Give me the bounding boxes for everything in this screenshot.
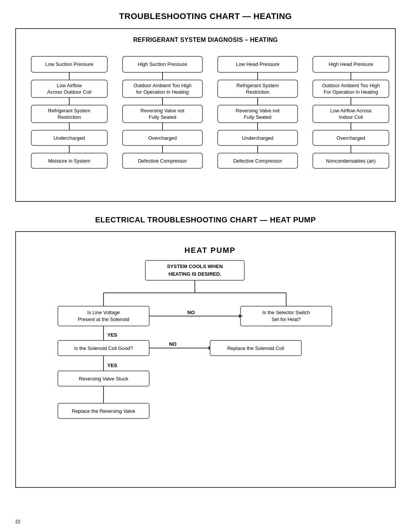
refrigerant-inner-title: REFRIGERANT SYSTEM DIAGNOSIS – HEATING (27, 37, 384, 43)
svg-text:Undercharged: Undercharged (54, 135, 85, 141)
svg-text:High Suction Pressure: High Suction Pressure (138, 61, 187, 67)
svg-text:Moisture in System: Moisture in System (48, 158, 91, 164)
svg-text:YES: YES (107, 332, 117, 338)
svg-text:Restriction: Restriction (57, 114, 81, 120)
svg-text:Defective Compressor: Defective Compressor (233, 158, 282, 164)
svg-text:Defective Compressor: Defective Compressor (138, 158, 187, 164)
svg-text:Restriction: Restriction (246, 89, 269, 95)
svg-text:Outdoor Ambient Too High: Outdoor Ambient Too High (134, 83, 191, 88)
svg-text:SYSTEM COOLS WHEN: SYSTEM COOLS WHEN (167, 264, 223, 269)
refrigerant-chart-box: REFRIGERANT SYSTEM DIAGNOSIS – HEATING L… (15, 28, 396, 202)
svg-rect-75 (241, 306, 332, 326)
svg-text:Replace the Solenoid Coil: Replace the Solenoid Coil (227, 345, 284, 351)
svg-text:High Head Pressure: High Head Pressure (328, 61, 373, 67)
svg-text:Is Line Voltage: Is Line Voltage (87, 310, 119, 315)
svg-text:Low Head Pressure: Low Head Pressure (236, 61, 279, 67)
svg-text:YES: YES (107, 363, 117, 368)
electrical-chart-title: ELECTRICAL TROUBLESHOOTING CHART — HEAT … (15, 216, 396, 224)
svg-text:Reversing Valve not: Reversing Valve not (236, 108, 280, 113)
svg-text:Fully Seated: Fully Seated (149, 114, 176, 120)
svg-text:Low Airflow Across: Low Airflow Across (330, 108, 372, 113)
electrical-chart-box: HEAT PUMP SYSTEM COOLS WHEN HEATING IS D… (15, 231, 396, 488)
svg-text:Refrigerant System: Refrigerant System (48, 108, 90, 113)
svg-text:Low Suction Pressure: Low Suction Pressure (45, 61, 93, 67)
svg-text:For Operation In Heating: For Operation In Heating (323, 89, 378, 95)
svg-text:Fully Seated: Fully Seated (244, 114, 271, 120)
svg-text:Refrigerant System: Refrigerant System (236, 83, 279, 88)
svg-text:Low Airflow: Low Airflow (57, 83, 82, 88)
svg-text:NO: NO (169, 341, 177, 347)
svg-text:HEATING IS DESIRED.: HEATING IS DESIRED. (169, 271, 221, 277)
svg-text:Set for Heat?: Set for Heat? (272, 316, 301, 322)
svg-rect-72 (58, 306, 149, 326)
electrical-diagram: HEAT PUMP SYSTEM COOLS WHEN HEATING IS D… (27, 240, 393, 476)
svg-text:HEAT  PUMP: HEAT PUMP (185, 246, 236, 254)
svg-text:Overcharged: Overcharged (336, 135, 365, 141)
svg-text:Reversing Valve not: Reversing Valve not (140, 108, 185, 113)
page-title: TROUBLESHOOTING CHART — HEATING (15, 11, 396, 21)
refrigerant-diagram: Low Suction Pressure Low Airflow Across … (27, 53, 393, 190)
svg-text:Across Outdoor Coil: Across Outdoor Coil (47, 89, 91, 95)
svg-text:Reversing Valve Stuck: Reversing Valve Stuck (79, 376, 128, 382)
svg-text:for Operation in Heating: for Operation in Heating (136, 89, 189, 95)
page-number: 22 (15, 519, 20, 524)
svg-text:Noncondensables (air): Noncondensables (air) (326, 158, 376, 164)
svg-text:Is the Solenoid Coil Good?: Is the Solenoid Coil Good? (74, 345, 133, 351)
svg-text:NO: NO (187, 310, 195, 315)
svg-text:Present at the Solenoid: Present at the Solenoid (78, 316, 129, 322)
svg-text:Overcharged: Overcharged (148, 135, 177, 141)
svg-text:Undercharged: Undercharged (242, 135, 273, 141)
svg-text:Replace the Reversing Valve: Replace the Reversing Valve (72, 408, 135, 414)
svg-text:Outdoor Ambient Too High: Outdoor Ambient Too High (322, 83, 380, 88)
svg-text:Indoor Coil: Indoor Coil (339, 114, 363, 120)
svg-text:Is the Selector Switch: Is the Selector Switch (263, 310, 310, 315)
